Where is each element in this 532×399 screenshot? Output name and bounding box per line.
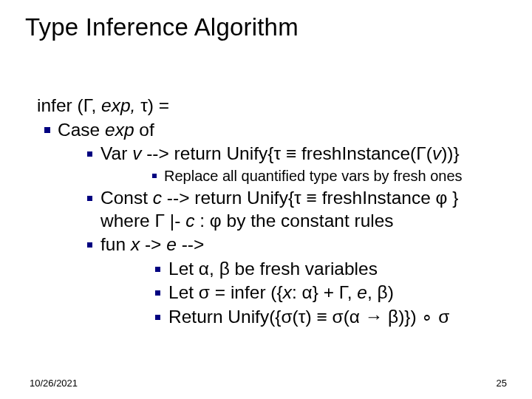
fun-branch: fun x -> e --> Let α, β be fresh variabl… (58, 233, 510, 329)
fun-substeps: Let α, β be fresh variables Let σ = infe… (100, 258, 510, 329)
footer-page-number: 25 (497, 378, 507, 389)
slide-content: infer (Γ, exp, τ) = Case exp of Var v --… (37, 93, 510, 329)
footer-date: 10/26/2021 (30, 378, 78, 389)
slide-title: Type Inference Algorithm (25, 13, 299, 41)
const-where: where Γ |- c : φ by the constant rules (58, 210, 510, 233)
let-sigma: Let σ = infer ({x: α} + Γ, e, β) (100, 282, 510, 304)
var-branch: Var v --> return Unify{τ ≡ freshInstance… (58, 143, 510, 185)
let-fresh-vars: Let α, β be fresh variables (100, 258, 510, 281)
var-note-list: Replace all quantified type vars by fres… (100, 167, 510, 185)
level1-list: Case exp of Var v --> return Unify{τ ≡ f… (37, 119, 510, 329)
const-branch: Const c --> return Unify{τ ≡ freshInstan… (58, 187, 510, 210)
replace-note: Replace all quantified type vars by fres… (100, 167, 510, 185)
line-infer: infer (Γ, exp, τ) = (37, 95, 510, 117)
fun-branch-list: fun x -> e --> Let α, β be fresh variabl… (58, 233, 510, 329)
content-list: infer (Γ, exp, τ) = (37, 95, 510, 117)
case-branches: Var v --> return Unify{τ ≡ freshInstance… (58, 143, 510, 209)
return-line: Return Unify({σ(τ) ≡ σ(α → β)}) ∘ σ (100, 306, 510, 329)
slide: Type Inference Algorithm infer (Γ, exp, … (0, 0, 532, 399)
case-line: Case exp of Var v --> return Unify{τ ≡ f… (37, 119, 510, 329)
